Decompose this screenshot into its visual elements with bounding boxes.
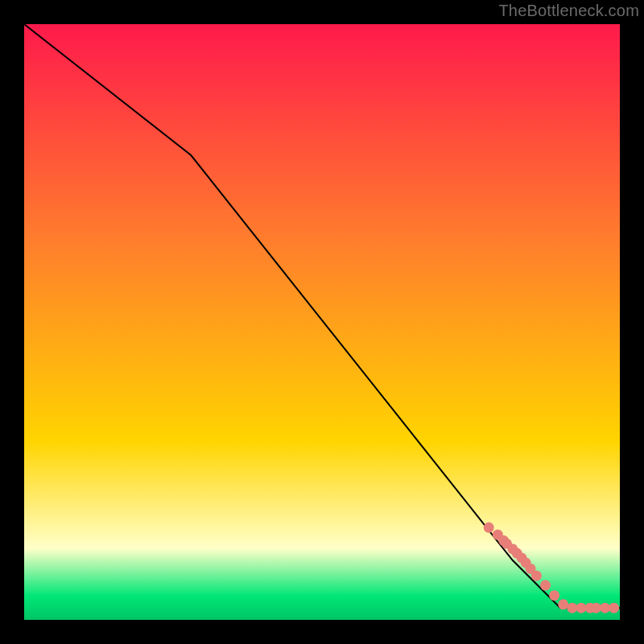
marker-point	[484, 522, 494, 533]
marker-point	[600, 603, 610, 613]
marker-point	[540, 580, 551, 591]
watermark-text: TheBottleneck.com	[498, 2, 639, 20]
marker-point	[531, 571, 542, 581]
chart-frame: TheBottleneck.com	[0, 0, 644, 644]
marker-point	[609, 603, 619, 613]
marker-point	[558, 599, 568, 609]
marker-point	[591, 603, 601, 613]
chart-svg	[24, 24, 620, 620]
plot-area	[24, 24, 620, 620]
marker-point	[576, 603, 586, 613]
marker-point	[567, 603, 577, 613]
marker-point	[549, 590, 559, 601]
gradient-background	[24, 24, 620, 620]
